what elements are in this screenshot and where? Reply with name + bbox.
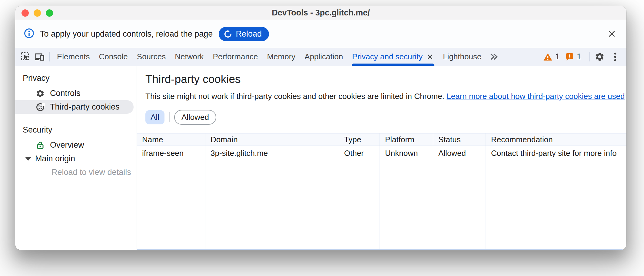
lock-icon	[36, 141, 45, 150]
reload-button[interactable]: Reload	[219, 27, 269, 41]
issues-badge[interactable]: 1	[565, 52, 581, 61]
reload-infobar: To apply your updated controls, reload t…	[15, 20, 626, 48]
warning-icon	[543, 53, 553, 61]
sidebar-item-label: Third-party cookies	[50, 102, 120, 112]
table-cell-status[interactable]: Allowed	[433, 146, 486, 161]
sidebar-item-overview[interactable]: Overview	[15, 138, 137, 152]
infobar-message: To apply your updated controls, reload t…	[40, 29, 213, 39]
sidebar-section-privacy: Privacy	[15, 71, 137, 87]
more-tabs-icon[interactable]	[486, 48, 502, 66]
info-icon	[24, 28, 35, 40]
table-cell-recommendation[interactable]: Contact third-party site for more info	[486, 146, 626, 161]
chip-divider	[169, 112, 170, 122]
table-filler-column	[380, 161, 433, 249]
sidebar-item-controls[interactable]: Controls	[15, 87, 137, 100]
sidebar-reload-note: Reload to view details	[15, 166, 137, 179]
panel-header: Third-party cookies This site might not …	[137, 66, 626, 125]
tab-privacy-and-security[interactable]: Privacy and security	[348, 48, 439, 66]
tab-label: Application	[304, 52, 343, 61]
tab-label: Privacy and security	[352, 52, 423, 61]
panel-description: This site might not work if third-party …	[145, 91, 617, 101]
sidebar-item-third-party-cookies[interactable]: Third-party cookies	[15, 100, 134, 114]
infobar-close-icon[interactable]	[606, 28, 618, 40]
tab-performance[interactable]: Performance	[208, 48, 263, 66]
tab-label: Elements	[57, 52, 90, 61]
issues-icon	[565, 52, 574, 61]
cookie-icon	[36, 103, 45, 112]
warning-count: 1	[555, 52, 560, 61]
tabbar-right-cluster: 1 1	[543, 48, 622, 66]
tab-console[interactable]: Console	[94, 48, 132, 66]
device-toolbar-icon[interactable]	[33, 48, 47, 66]
tab-lighthouse[interactable]: Lighthouse	[438, 48, 486, 66]
more-options-icon[interactable]	[608, 52, 622, 62]
tab-label: Console	[99, 52, 128, 61]
caret-down-icon	[25, 157, 31, 161]
window-title: DevTools - 3pc.glitch.me/	[15, 8, 626, 18]
sidebar-item-label: Main origin	[35, 154, 75, 163]
table-cell-name[interactable]: iframe-seen	[137, 146, 205, 161]
table-filler-column	[137, 161, 205, 249]
tab-application[interactable]: Application	[300, 48, 347, 66]
learn-more-link[interactable]: Learn more about how third-party cookies…	[446, 92, 625, 101]
table-cell-domain[interactable]: 3p-site.glitch.me	[205, 146, 339, 161]
description-text: This site might not work if third-party …	[145, 92, 446, 101]
sidebar-item-label: Controls	[50, 89, 81, 98]
column-header-name[interactable]: Name	[137, 133, 205, 146]
sidebar-item-label: Overview	[50, 140, 84, 150]
issue-count: 1	[577, 52, 581, 61]
tab-elements[interactable]: Elements	[52, 48, 94, 66]
settings-gear-icon[interactable]	[593, 52, 606, 62]
sidebar-spacer	[15, 114, 137, 122]
tab-close-icon[interactable]	[426, 53, 434, 61]
reload-icon	[224, 30, 232, 38]
window-titlebar: DevTools - 3pc.glitch.me/	[15, 6, 626, 20]
column-header-type[interactable]: Type	[339, 133, 380, 146]
filter-chip-all[interactable]: All	[145, 110, 164, 124]
tab-label: Network	[175, 52, 204, 61]
filter-chips: All Allowed	[145, 110, 617, 125]
tab-sources[interactable]: Sources	[132, 48, 170, 66]
tab-label: Memory	[267, 52, 295, 61]
inspect-icon[interactable]	[19, 48, 33, 66]
page-title: Third-party cookies	[145, 73, 617, 86]
tab-memory[interactable]: Memory	[262, 48, 300, 66]
filter-chip-allowed[interactable]: Allowed	[174, 110, 216, 125]
sidebar-item-main-origin[interactable]: Main origin	[15, 152, 137, 166]
tab-label: Performance	[213, 52, 258, 61]
devtools-window: DevTools - 3pc.glitch.me/ To apply your …	[15, 6, 626, 250]
panel-content: Privacy Controls Third-party cookies Sec…	[15, 66, 626, 250]
toolbar-divider	[589, 52, 590, 61]
tab-label: Lighthouse	[443, 52, 481, 61]
table-cell-type[interactable]: Other	[339, 146, 380, 161]
table-cell-platform[interactable]: Unknown	[380, 146, 433, 161]
table-filler-column	[486, 161, 626, 249]
tab-network[interactable]: Network	[170, 48, 208, 66]
warnings-badge[interactable]: 1	[543, 52, 560, 61]
reload-button-label: Reload	[236, 29, 262, 39]
toolbar-divider	[49, 52, 50, 61]
table-filler-column	[433, 161, 486, 249]
table-filler-column	[339, 161, 380, 249]
column-header-recommendation[interactable]: Recommendation	[486, 133, 626, 146]
cookies-table: Name Domain Type Platform Status Recomme…	[137, 133, 626, 250]
third-party-cookies-panel: Third-party cookies This site might not …	[137, 66, 626, 250]
column-header-platform[interactable]: Platform	[380, 133, 433, 146]
column-header-status[interactable]: Status	[433, 133, 486, 146]
column-header-domain[interactable]: Domain	[205, 133, 339, 146]
sidebar-section-security: Security	[15, 122, 137, 138]
table-filler-column	[205, 161, 339, 249]
devtools-tabbar: Elements Console Sources Network Perform…	[15, 48, 626, 66]
gear-icon	[36, 89, 45, 98]
tab-label: Sources	[137, 52, 166, 61]
privacy-security-sidebar: Privacy Controls Third-party cookies Sec…	[15, 66, 137, 250]
